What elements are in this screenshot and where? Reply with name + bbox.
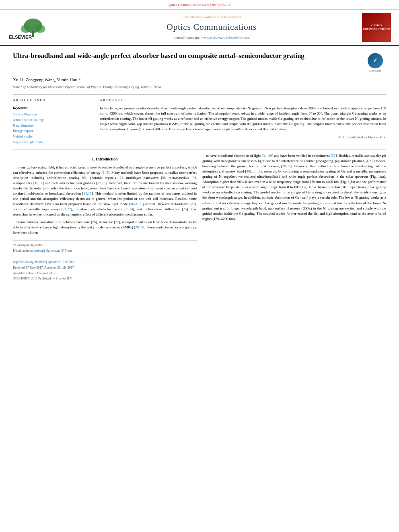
ref-6[interactable]: 6 (83, 176, 85, 180)
doi-link[interactable]: http://dx.doi.org/10.1016/j.optcom.2017.… (13, 260, 74, 264)
optics-badge: OPTICS COMMUNICATIONS (362, 13, 391, 42)
keywords-label: Keywords: (13, 106, 86, 111)
elsevier-logo: ELSEVIER (6, 14, 63, 40)
divider-middle (13, 150, 386, 150)
column-right: to have broadband absorption of light [3… (202, 153, 386, 281)
received-date: Received 17 June 2017; Accepted 31 July … (13, 265, 197, 270)
journal-reference-bar: Optics Communications 406 (2018) 95–102 (0, 0, 399, 10)
ref-9[interactable]: 9 (193, 176, 195, 180)
abstract-section: ABSTRACT In this letter, we present an u… (93, 98, 386, 146)
ref-7[interactable]: 7 (120, 176, 122, 180)
keyword-6[interactable]: Gap surface plasmons (13, 140, 86, 145)
corresponding-star: * (78, 77, 81, 82)
ref-20[interactable]: 20 (191, 202, 195, 206)
header-right: OPTICS COMMUNICATIONS (360, 13, 393, 42)
right-paragraph-1: to have broadband absorption of light [3… (202, 153, 386, 222)
intro-paragraph-2: Semiconductor nanostructures including n… (13, 220, 197, 235)
divider-top (13, 94, 386, 95)
ref-21-22[interactable]: 21,22 (63, 207, 71, 211)
sciencedirect-brand[interactable]: ScienceDirect (220, 15, 241, 19)
crossmark-icon[interactable]: ✓ (368, 53, 383, 68)
keyword-1[interactable]: Surface Plasmons (13, 112, 86, 117)
main-content: 1. Introduction In energy harvesting fie… (13, 153, 386, 281)
footnote-area: * Corresponding author. E-mail address: … (13, 240, 197, 253)
svg-point-4 (35, 25, 45, 33)
journal-homepage-link[interactable]: www.elsevier.com/locate/optcom (202, 35, 250, 39)
column-left: 1. Introduction In energy harvesting fie… (13, 153, 197, 281)
ref-12-13[interactable]: 12,13 (97, 181, 105, 185)
ref-23-24[interactable]: 23,24 (125, 207, 133, 211)
crossmark-section: ✓ CrossMark (364, 53, 386, 73)
abstract-title: ABSTRACT (100, 98, 386, 103)
keywords-list: Surface Plasmons Antireflection coatings… (13, 112, 86, 145)
keyword-4[interactable]: Energy trapper (13, 129, 86, 134)
ref-10-11[interactable]: 10,11 (35, 181, 43, 185)
article-info-title: ARTICLE INFO (13, 98, 86, 103)
corresponding-author-note: * Corresponding author. (13, 243, 197, 248)
copyright-line: © 2017 Published by Elsevier B.V. (100, 135, 386, 140)
sciencedirect-line: Contents lists available at ScienceDirec… (67, 14, 356, 20)
ref-25[interactable]: 25 (183, 207, 187, 211)
ref-40[interactable]: 40 (247, 169, 250, 173)
ref-38-39[interactable]: 38,39 (282, 164, 290, 168)
issn-line: 0030-4018/© 2017 Published by Elsevier B… (13, 276, 197, 281)
authors-text: Xu Li, Zongpeng Wang, Yumin Hou (13, 77, 77, 82)
ref-8[interactable]: 8 (162, 176, 164, 180)
keyword-5[interactable]: Guided modes (13, 134, 86, 139)
svg-text:ELSEVIER: ELSEVIER (9, 35, 32, 39)
doi-section: http://dx.doi.org/10.1016/j.optcom.2017.… (13, 257, 197, 281)
journal-reference-text: Optics Communications 406 (2018) 95–102 (168, 3, 232, 7)
author-email[interactable]: ymhou@pku.edu.cn (34, 249, 60, 253)
ref-27[interactable]: 27 (115, 220, 119, 224)
svg-point-3 (21, 25, 31, 33)
keyword-3[interactable]: Nano Structure (13, 123, 86, 128)
ref-37[interactable]: 37 (332, 154, 335, 158)
ref-16-19[interactable]: 16–19 (130, 202, 140, 206)
article-title-section: Ultra-broadband and wide-angle perfect a… (13, 51, 386, 73)
page: Optics Communications 406 (2018) 95–102 … (0, 0, 399, 532)
authors-line: Xu Li, Zongpeng Wang, Yumin Hou * (13, 77, 386, 83)
journal-homepage: journal homepage: www.elsevier.com/locat… (67, 35, 356, 40)
header-center: Contents lists available at ScienceDirec… (67, 13, 356, 42)
ref-14-15[interactable]: 14,15 (83, 191, 91, 195)
intro-paragraph-1: In energy harvesting field, it has attra… (13, 165, 197, 217)
ref-1-5[interactable]: 1–5 (103, 170, 108, 175)
available-date: Available online 23 August 2017 (13, 271, 197, 276)
ref-26[interactable]: 26 (92, 220, 96, 224)
affiliation: State Key Laboratory for Mesoscopic Phys… (13, 85, 386, 90)
email-note: E-mail address: ymhou@pku.edu.cn (Y. Hou… (13, 249, 197, 253)
article-info: ARTICLE INFO Keywords: Surface Plasmons … (13, 98, 93, 146)
journal-title: Optics Communications (67, 21, 356, 33)
ref-28-33[interactable]: 28–33 (135, 225, 144, 229)
header-left: ELSEVIER (6, 13, 63, 42)
article-body: Ultra-broadband and wide-angle perfect a… (0, 46, 399, 287)
ref-34-36[interactable]: 34–36 (263, 154, 272, 158)
intro-heading: 1. Introduction (13, 156, 197, 162)
journal-header: ELSEVIER Contents lists available at Sci… (0, 10, 399, 46)
abstract-text: In this letter, we present an ultra-broa… (100, 106, 386, 132)
article-title: Ultra-broadband and wide-angle perfect a… (13, 51, 364, 60)
keyword-2[interactable]: Antireflection coatings (13, 118, 86, 123)
info-abstract-section: ARTICLE INFO Keywords: Surface Plasmons … (13, 98, 386, 146)
crossmark-label: CrossMark (369, 69, 381, 73)
